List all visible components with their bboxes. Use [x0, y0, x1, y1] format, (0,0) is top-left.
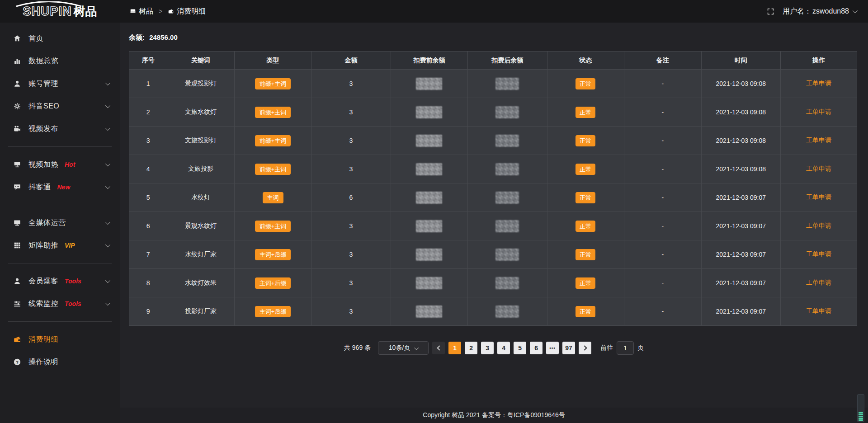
prev-page-button[interactable] [432, 342, 445, 354]
type-badge: 前缀+主词 [255, 135, 291, 146]
work-order-link[interactable]: 工单申请 [806, 108, 831, 115]
type-badge: 主词+后缀 [255, 306, 291, 317]
sidebar-item-home[interactable]: 首页 [0, 27, 120, 50]
work-order-link[interactable]: 工单申请 [806, 250, 831, 258]
cell-balance-before [391, 297, 468, 326]
page-button-5[interactable]: 5 [514, 342, 526, 354]
page-size-select[interactable]: 10条/页 [378, 341, 429, 355]
cell-balance-after [468, 269, 547, 297]
cell-remark: - [624, 70, 702, 98]
masked-balance-after [495, 220, 519, 232]
cell-status: 正常 [547, 240, 624, 269]
breadcrumb-home[interactable]: 树品 [130, 7, 153, 16]
cell-balance-before [391, 127, 468, 155]
sidebar-item-data-overview[interactable]: 数据总览 [0, 50, 120, 72]
cell-time: 2021-12-03 09:07 [701, 269, 780, 297]
breadcrumb: 树品 消费明细 [130, 7, 206, 16]
cell-index: 9 [129, 297, 167, 326]
col-header-keyword: 关键词 [167, 52, 234, 70]
col-header-balance-after: 扣费后余额 [468, 52, 547, 70]
page-button-2[interactable]: 2 [465, 342, 477, 354]
cell-status: 正常 [547, 183, 624, 212]
sidebar-item-all-media[interactable]: 全媒体运营 [0, 212, 120, 234]
sidebar-item-label: 账号管理 [28, 79, 58, 89]
chevron-down-icon [105, 103, 110, 108]
sidebar-item-video-publish[interactable]: 视频发布 [0, 118, 120, 140]
work-order-link[interactable]: 工单申请 [806, 279, 831, 286]
masked-balance-after [495, 135, 519, 147]
screen-stand-icon [13, 160, 22, 169]
cell-status: 正常 [547, 269, 624, 297]
table-row: 1 景观投影灯 前缀+主词 3 正常 - 2021-12-03 09:08 工单… [129, 70, 857, 98]
col-header-balance-before: 扣费前余额 [391, 52, 468, 70]
screen-icon [130, 8, 136, 14]
status-badge: 正常 [576, 306, 595, 317]
page-button-1[interactable]: 1 [448, 342, 461, 354]
cell-action: 工单申请 [781, 240, 857, 269]
work-order-link[interactable]: 工单申请 [806, 222, 831, 229]
cell-index: 3 [129, 127, 167, 155]
cell-keyword: 水纹灯 [167, 183, 234, 212]
sidebar-item-member-burst[interactable]: 会员爆客 Tools [0, 270, 120, 292]
page-button-97[interactable]: 97 [562, 342, 575, 354]
masked-balance-before [416, 106, 442, 118]
page-button-3[interactable]: 3 [481, 342, 494, 354]
cell-balance-before [391, 212, 468, 240]
col-header-type: 类型 [234, 52, 311, 70]
goto-page-input[interactable] [617, 341, 634, 355]
table-row: 7 水纹灯厂家 主词+后缀 3 正常 - 2021-12-03 09:07 工单… [129, 240, 857, 269]
sidebar-divider [8, 321, 112, 322]
monitor-icon [13, 218, 22, 227]
cell-keyword: 文旅投影灯 [167, 127, 234, 155]
fullscreen-icon[interactable] [767, 8, 774, 15]
cell-status: 正常 [547, 98, 624, 127]
sidebar-item-account-management[interactable]: 账号管理 [0, 72, 120, 95]
user-menu[interactable]: 用户名：zswodun88 [783, 7, 856, 16]
masked-balance-after [495, 277, 519, 289]
cell-balance-after [468, 212, 547, 240]
next-page-button[interactable] [579, 342, 591, 354]
masked-balance-after [495, 163, 519, 175]
cell-time: 2021-12-03 09:07 [701, 183, 780, 212]
page-button-6[interactable]: 6 [530, 342, 542, 354]
breadcrumb-current[interactable]: 消费明细 [168, 7, 206, 16]
page-ellipsis-button[interactable]: ••• [546, 342, 559, 354]
sidebar-item-lead-monitor[interactable]: 线索监控 Tools [0, 292, 120, 315]
cell-action: 工单申请 [781, 98, 857, 127]
cell-time: 2021-12-03 09:07 [701, 297, 780, 326]
sidebar-item-video-heat[interactable]: 视频加热 Hot [0, 153, 120, 176]
sliders-icon [13, 299, 22, 308]
chevron-down-icon [415, 345, 419, 350]
work-order-link[interactable]: 工单申请 [806, 193, 831, 201]
cell-keyword: 投影灯厂家 [167, 297, 234, 326]
type-badge: 主词 [263, 192, 283, 203]
cell-balance-before [391, 183, 468, 212]
work-order-link[interactable]: 工单申请 [806, 136, 831, 144]
work-order-link[interactable]: 工单申请 [806, 80, 831, 87]
goto-label: 前往 [600, 344, 613, 352]
cell-keyword: 文旅水纹灯 [167, 98, 234, 127]
video-camera-icon [13, 124, 22, 133]
work-order-link[interactable]: 工单申请 [806, 165, 831, 172]
masked-balance-before [416, 277, 442, 289]
sidebar-item-douketong[interactable]: 抖客通 New [0, 176, 120, 198]
cell-action: 工单申请 [781, 70, 857, 98]
masked-balance-before [416, 249, 442, 261]
masked-balance-after [495, 192, 519, 204]
sidebar-item-douyin-seo[interactable]: 抖音SEO [0, 95, 120, 118]
page-button-4[interactable]: 4 [497, 342, 510, 354]
cell-keyword: 景观水纹灯 [167, 212, 234, 240]
cell-remark: - [624, 127, 702, 155]
cell-index: 2 [129, 98, 167, 127]
sidebar-item-consumption-detail[interactable]: 消费明细 [0, 328, 120, 351]
masked-balance-before [416, 220, 442, 232]
sidebar-item-matrix-boost[interactable]: 矩阵助推 VIP [0, 234, 120, 257]
masked-balance-after [495, 306, 519, 318]
cell-remark: - [624, 269, 702, 297]
balance-value: 24856.00 [149, 33, 178, 41]
status-badge: 正常 [576, 135, 595, 146]
floating-widget[interactable] [857, 394, 864, 422]
work-order-link[interactable]: 工单申请 [806, 307, 831, 315]
masked-balance-after [495, 249, 519, 261]
sidebar-item-instructions[interactable]: ? 操作说明 [0, 351, 120, 373]
